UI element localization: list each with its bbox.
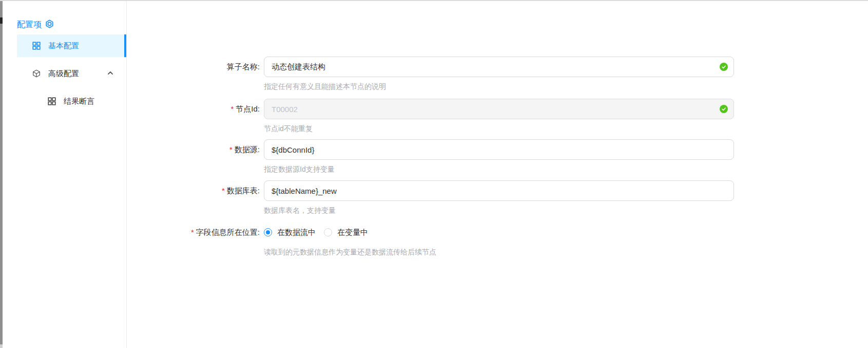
operator-name-input[interactable]	[264, 57, 734, 77]
appstore-icon	[32, 42, 41, 50]
required-asterisk: *	[229, 145, 233, 154]
radio-in-dataflow[interactable]: 在数据流中	[264, 228, 316, 237]
field-label-text: 节点Id:	[236, 104, 260, 113]
radio-in-variable[interactable]: 在变量中	[324, 228, 368, 237]
form-item-field-position: *字段信息所在位置: 在数据流中 在变量中 读取到的元数据信息作为变量还是数据流…	[126, 222, 868, 257]
sidebar-menu: 基本配置 高级配置	[17, 34, 126, 118]
valid-check-icon	[720, 63, 728, 71]
operator-name-help: 指定任何有意义且能描述本节点的说明	[264, 82, 734, 91]
field-label-text: 算子名称:	[227, 62, 260, 71]
datasource-label: *数据源:	[126, 139, 260, 160]
field-position-label: *字段信息所在位置:	[126, 222, 260, 243]
sidebar-title: 配置项	[17, 20, 54, 30]
table-name-label: *数据库表:	[126, 180, 260, 201]
form-item-operator-name: 算子名称: 指定任何有意义且能描述本节点的说明	[126, 57, 868, 91]
field-position-radio-group: 在数据流中 在变量中	[264, 222, 734, 243]
datasource-help: 指定数据源Id支持变量	[264, 164, 734, 174]
form-item-table-name: *数据库表: 数据库表名，支持变量	[126, 180, 868, 215]
field-label-text: 数据源:	[235, 145, 260, 154]
field-position-help: 读取到的元数据信息作为变量还是数据流传给后续节点	[264, 247, 734, 257]
config-sidebar: 配置项 基本配置	[3, 1, 127, 348]
node-id-help: 节点id不能重复	[264, 124, 734, 133]
required-asterisk: *	[230, 104, 234, 113]
table-name-input[interactable]	[264, 180, 734, 201]
radio-option-label: 在变量中	[337, 228, 368, 237]
field-label-text: 字段信息所在位置:	[196, 228, 260, 236]
sidebar-item-basic-config[interactable]: 基本配置	[17, 34, 126, 57]
required-asterisk: *	[222, 186, 225, 195]
valid-check-icon	[720, 105, 728, 113]
sidebar-item-result-assertion[interactable]: 结果断言	[17, 90, 126, 113]
form-item-node-id: *节点Id: 节点id不能重复	[126, 99, 868, 133]
required-asterisk: *	[191, 228, 194, 236]
sidebar-item-label: 基本配置	[48, 41, 79, 51]
form-item-datasource: *数据源: 指定数据源Id支持变量	[126, 139, 868, 174]
node-id-input	[264, 99, 734, 119]
sidebar-item-label: 结果断言	[64, 97, 94, 106]
datasource-input[interactable]	[264, 139, 734, 160]
sidebar-item-label: 高级配置	[48, 69, 79, 79]
appstore-icon	[48, 97, 56, 105]
operator-name-label: 算子名称:	[126, 57, 260, 77]
sidebar-item-advanced-config[interactable]: 高级配置	[17, 62, 126, 85]
radio-option-label: 在数据流中	[277, 228, 316, 237]
node-id-label: *节点Id:	[126, 99, 260, 119]
chevron-up-icon[interactable]	[107, 69, 114, 77]
config-panel: 配置项 基本配置	[0, 0, 868, 348]
field-label-text: 数据库表:	[227, 186, 260, 195]
radio-unselected-icon	[324, 228, 332, 236]
nut-icon	[45, 20, 54, 30]
radio-selected-icon	[264, 228, 272, 236]
sidebar-title-label: 配置项	[17, 20, 42, 30]
basic-config-form: 算子名称: 指定任何有意义且能描述本节点的说明 *节点Id:	[126, 0, 868, 348]
table-name-help: 数据库表名，支持变量	[264, 206, 734, 215]
cube-icon	[32, 69, 41, 78]
